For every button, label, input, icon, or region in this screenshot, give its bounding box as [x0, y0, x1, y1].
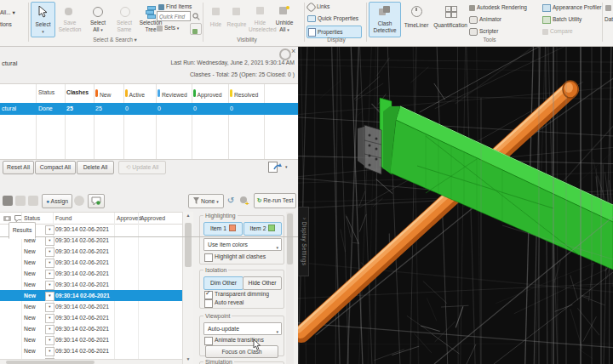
col-resolved[interactable]: Resolved — [230, 89, 258, 98]
test-row-selected[interactable]: ctural Done 25 25 0 0 0 0 — [0, 103, 298, 115]
delete-all-button[interactable]: Delete All — [77, 161, 114, 174]
results-row[interactable]: New ▾ 09:30:14 02-06-2021 — [0, 301, 182, 312]
links-button[interactable]: Links — [307, 2, 362, 12]
panel-options-gear-icon[interactable] — [279, 48, 291, 60]
focus-on-clash-button[interactable]: Focus on Clash — [205, 345, 278, 358]
results-row[interactable]: New ▾ 09:30:14 02-06-2021 — [0, 279, 182, 290]
dim-other-button[interactable]: Dim Other — [203, 276, 243, 290]
scroll-down-icon[interactable]: ▼ — [183, 356, 193, 361]
panel-close-icon[interactable]: × — [291, 47, 295, 55]
compact-all-button[interactable]: Compact All — [35, 161, 76, 174]
unhide-all-button[interactable]: Unhide All ▾ — [272, 2, 296, 37]
item1-button[interactable]: Item 1 — [203, 222, 243, 236]
import-export-button[interactable]: ▾ — [266, 160, 290, 173]
vscroll-thumb[interactable] — [185, 223, 192, 267]
row-status-dropdown[interactable]: ▾ — [45, 336, 54, 345]
row-status-dropdown[interactable]: ▾ — [45, 259, 54, 268]
animator-button[interactable]: Animator — [469, 14, 539, 25]
timeliner-button[interactable]: TimeLiner — [401, 2, 432, 37]
assign-button[interactable]: ● Assign — [42, 194, 72, 208]
quick-find-input[interactable] — [157, 11, 191, 21]
auto-update-select[interactable]: Auto-update▾ — [203, 322, 282, 335]
partial-right-icon[interactable] — [605, 3, 613, 13]
item2-button[interactable]: Item 2 — [243, 222, 282, 236]
col-active[interactable]: Active — [125, 89, 145, 98]
animate-transitions-checkbox[interactable] — [204, 337, 213, 345]
update-all-button[interactable]: ⟲ Update All — [118, 161, 166, 174]
scroll-up-icon[interactable]: ▲ — [183, 213, 193, 218]
hide-unselected-button[interactable]: Hide Unselected — [248, 2, 272, 37]
row-status-dropdown[interactable]: ▾ — [45, 325, 54, 334]
highlight-all-checkbox[interactable] — [204, 253, 213, 262]
add-comment-button[interactable] — [88, 194, 105, 208]
clash-detective-button[interactable]: Clash Detective — [369, 2, 401, 37]
select-button[interactable]: Select ▾ — [31, 2, 55, 37]
use-item-colors-select[interactable]: Use item colors▾ — [203, 238, 282, 251]
model-viewport[interactable]: › Display Settings — [298, 47, 613, 364]
tab-results[interactable]: Results — [9, 222, 36, 239]
save-selection-button[interactable]: Save Selection — [55, 2, 84, 37]
ribbon-partial-left-bottom[interactable]: tions — [0, 20, 27, 30]
results-row[interactable]: New ▾ 09:30:14 02-06-2021 — [0, 334, 182, 345]
row-status-dropdown[interactable]: ▾ — [45, 236, 54, 246]
autodesk-rendering-button[interactable]: Autodesk Rendering — [469, 3, 539, 13]
col-clashes[interactable]: Clashes — [66, 89, 89, 95]
compare-button[interactable]: Compare — [542, 26, 610, 37]
filter-dropdown[interactable]: None ▾ — [188, 194, 224, 208]
model-canvas[interactable] — [298, 47, 613, 364]
rerun-test-button[interactable]: ↻ Re-run Test — [254, 193, 296, 208]
select-same-button[interactable]: Select Same — [112, 2, 137, 37]
transparent-dimming-checkbox[interactable]: ✓ — [204, 291, 213, 299]
hide-other-button[interactable]: Hide Other — [243, 276, 282, 290]
results-row[interactable]: New ▾ 09:30:14 02-06-2021 — [0, 323, 182, 334]
require-button[interactable]: Require — [226, 2, 248, 37]
group-label-select-search[interactable]: Select & Search ▾ — [51, 36, 179, 44]
reset-all-button[interactable]: Reset All — [3, 161, 34, 174]
results-col-status[interactable]: Status — [24, 215, 40, 221]
col-new[interactable]: New — [95, 89, 112, 98]
results-row[interactable]: New ▾ 09:30:14 02-06-2021 — [0, 257, 182, 268]
add-test-person-icon[interactable]: + — [238, 195, 250, 207]
appearance-profiler-button[interactable]: Appearance Profiler — [542, 3, 610, 13]
row-status-dropdown[interactable]: ▾ — [45, 225, 54, 235]
results-row[interactable]: New ▾ 09:30:14 02-06-2021 — [0, 290, 182, 301]
quick-properties-button[interactable]: Quick Properties — [307, 14, 365, 24]
results-col-approved[interactable]: Approved — [140, 215, 165, 221]
group-label-display[interactable]: Display — [313, 36, 359, 44]
results-row[interactable]: New ▾ 09:30:14 02-06-2021 — [0, 345, 182, 356]
row-status-dropdown[interactable]: ▾ — [45, 270, 54, 279]
group-selected-icon[interactable] — [15, 196, 26, 206]
col-reviewed[interactable]: Reviewed — [158, 89, 187, 98]
group-label-visibility[interactable]: Visibility — [213, 36, 281, 44]
clash-beam-item2[interactable] — [380, 98, 613, 270]
col-approved[interactable]: Approved — [193, 89, 222, 98]
sidebar-scroll-thumb[interactable] — [287, 213, 293, 264]
results-col-found[interactable]: Found — [55, 215, 72, 221]
new-group-icon[interactable] — [3, 196, 13, 206]
col-status[interactable]: Status — [38, 89, 54, 95]
display-settings-tab[interactable]: › Display Settings — [298, 207, 309, 276]
group-label-tools[interactable]: Tools — [460, 36, 519, 44]
row-status-dropdown[interactable]: ▾ — [45, 247, 54, 257]
row-status-dropdown[interactable]: ▾ — [45, 281, 54, 290]
unassign-icon[interactable] — [74, 196, 84, 206]
results-row[interactable]: New ▾ 09:30:14 02-06-2021 — [0, 246, 182, 257]
results-vscrollbar[interactable]: ▲ ▼ — [182, 212, 193, 364]
row-status-dropdown[interactable]: ▾ — [45, 347, 54, 356]
select-all-button[interactable]: Select All ▾ — [84, 2, 112, 37]
swap-items-icon[interactable]: ↺ — [225, 195, 237, 207]
results-row[interactable]: New ▾ 09:30:14 02-06-2021 — [0, 312, 182, 323]
quantification-button[interactable]: + − Quantification — [432, 2, 469, 37]
camera-icon[interactable] — [3, 215, 11, 221]
horizontal-scrollbar[interactable] — [0, 359, 182, 364]
sidebar-scrollbar[interactable] — [286, 212, 294, 364]
row-status-dropdown[interactable]: ▾ — [45, 303, 54, 312]
sets-extra-button[interactable] — [190, 23, 202, 35]
hide-button[interactable]: Hide — [206, 2, 226, 37]
auto-reveal-checkbox[interactable] — [204, 299, 213, 308]
row-status-dropdown[interactable]: ▾ — [45, 292, 54, 301]
ribbon-partial-left-top[interactable]: All... ▾ — [0, 8, 27, 18]
results-row[interactable]: New ▾ 09:30:14 02-06-2021 — [0, 268, 182, 279]
sets-dropdown[interactable]: Sets ▾ — [157, 23, 189, 33]
ribbon-partial-right[interactable]: Dat — [604, 14, 613, 25]
